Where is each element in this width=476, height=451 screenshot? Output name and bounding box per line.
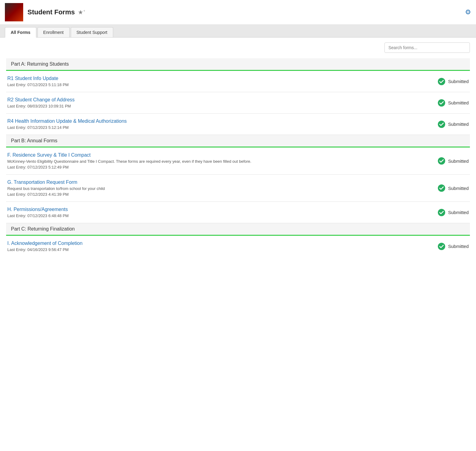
form-item-r4: R4 Health Information Update & Medical A…: [6, 114, 470, 135]
form-status-g: Submitted: [426, 184, 469, 192]
form-info-r4: R4 Health Information Update & Medical A…: [7, 118, 426, 130]
status-label-r1: Submitted: [448, 79, 469, 84]
form-info-r2: R2 Student Change of AddressLast Entry: …: [7, 97, 426, 108]
form-title-r4[interactable]: R4 Health Information Update & Medical A…: [7, 118, 426, 124]
submitted-check-icon-r1: [438, 78, 445, 85]
section-header-part-c: Part C: Returning Finalization: [6, 223, 470, 235]
svg-point-6: [438, 243, 445, 250]
star-icon[interactable]: ★+: [78, 9, 85, 16]
form-title-i[interactable]: I. Acknowledgement of Completion: [7, 241, 426, 246]
tabs-bar: All Forms Enrollment Student Support: [0, 25, 476, 38]
form-title-h[interactable]: H. Permissions/Agreements: [7, 207, 426, 212]
form-item-r1: R1 Student Info UpdateLast Entry: 07/12/…: [6, 71, 470, 92]
tab-all-forms[interactable]: All Forms: [5, 27, 36, 38]
form-info-r1: R1 Student Info UpdateLast Entry: 07/12/…: [7, 76, 426, 87]
search-bar-row: [6, 42, 470, 53]
form-description-f: McKinney-Vento Eligibility Questionnaire…: [7, 159, 426, 164]
form-status-r1: Submitted: [426, 78, 469, 85]
tab-student-support[interactable]: Student Support: [71, 27, 113, 37]
app-header: Student Forms ★+ ⚙: [0, 0, 476, 25]
status-label-f: Submitted: [448, 158, 469, 164]
svg-point-4: [438, 184, 445, 192]
form-description-g: Request bus transportation to/from schoo…: [7, 186, 426, 191]
form-item-h: H. Permissions/AgreementsLast Entry: 07/…: [6, 202, 470, 223]
submitted-check-icon-i: [438, 242, 445, 250]
form-last-entry-g: Last Entry: 07/12/2023 4:41:39 PM: [7, 192, 426, 197]
form-title-r2[interactable]: R2 Student Change of Address: [7, 97, 426, 103]
status-label-g: Submitted: [448, 186, 469, 191]
form-title-g[interactable]: G. Transportation Request Form: [7, 180, 426, 185]
submitted-check-icon-f: [438, 157, 445, 165]
form-item-g: G. Transportation Request FormRequest bu…: [6, 175, 470, 202]
form-last-entry-i: Last Entry: 04/16/2023 9:56:47 PM: [7, 247, 426, 252]
avatar: [5, 3, 23, 21]
form-status-f: Submitted: [426, 157, 469, 165]
page-title: Student Forms: [27, 8, 75, 16]
form-status-r2: Submitted: [426, 99, 469, 107]
svg-point-3: [438, 157, 445, 165]
svg-point-2: [438, 121, 445, 128]
section-header-part-b: Part B: Annual Forms: [6, 135, 470, 147]
form-status-h: Submitted: [426, 209, 469, 216]
form-last-entry-r1: Last Entry: 07/12/2023 5:11:18 PM: [7, 82, 426, 87]
submitted-check-icon-h: [438, 209, 445, 216]
form-item-f: F. Residence Survey & Title I CompactMcK…: [6, 147, 470, 175]
form-last-entry-r2: Last Entry: 08/03/2023 10:09:31 PM: [7, 104, 426, 108]
svg-point-1: [438, 99, 445, 107]
form-info-f: F. Residence Survey & Title I CompactMcK…: [7, 152, 426, 169]
section-header-part-a: Part A: Returning Students: [6, 58, 470, 70]
submitted-check-icon-r4: [438, 120, 445, 128]
submitted-check-icon-r2: [438, 99, 445, 107]
form-info-h: H. Permissions/AgreementsLast Entry: 07/…: [7, 207, 426, 218]
form-last-entry-h: Last Entry: 07/12/2023 6:48:48 PM: [7, 213, 426, 218]
form-info-i: I. Acknowledgement of CompletionLast Ent…: [7, 241, 426, 252]
form-title-f[interactable]: F. Residence Survey & Title I Compact: [7, 152, 426, 158]
form-status-r4: Submitted: [426, 120, 469, 128]
submitted-check-icon-g: [438, 184, 445, 192]
status-label-h: Submitted: [448, 210, 469, 215]
tab-enrollment[interactable]: Enrollment: [38, 27, 70, 37]
form-last-entry-r4: Last Entry: 07/12/2023 5:12:14 PM: [7, 125, 426, 130]
status-label-r2: Submitted: [448, 100, 469, 105]
form-item-i: I. Acknowledgement of CompletionLast Ent…: [6, 236, 470, 257]
svg-point-0: [438, 78, 445, 85]
form-item-r2: R2 Student Change of AddressLast Entry: …: [6, 92, 470, 114]
status-label-i: Submitted: [448, 244, 469, 249]
form-last-entry-f: Last Entry: 07/12/2023 5:12:49 PM: [7, 165, 426, 169]
gear-icon[interactable]: ⚙: [465, 8, 471, 16]
main-content: Part A: Returning StudentsR1 Student Inf…: [0, 38, 476, 451]
form-title-r1[interactable]: R1 Student Info Update: [7, 76, 426, 81]
search-input[interactable]: [384, 42, 470, 53]
form-status-i: Submitted: [426, 242, 469, 250]
status-label-r4: Submitted: [448, 122, 469, 127]
svg-point-5: [438, 209, 445, 216]
form-info-g: G. Transportation Request FormRequest bu…: [7, 180, 426, 197]
